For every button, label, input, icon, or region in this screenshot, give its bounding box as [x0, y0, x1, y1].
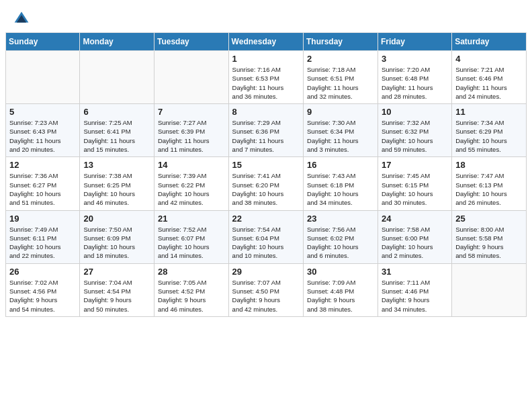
day-number: 5: [9, 107, 76, 117]
day-info: Sunrise: 7:36 AM Sunset: 6:27 PM Dayligh…: [9, 171, 76, 207]
day-number: 16: [307, 160, 374, 170]
day-info: Sunrise: 7:29 AM Sunset: 6:36 PM Dayligh…: [232, 118, 300, 154]
day-number: 14: [158, 160, 225, 170]
weekday-header-sunday: Sunday: [6, 33, 80, 51]
calendar-cell: 25Sunrise: 8:00 AM Sunset: 5:58 PM Dayli…: [452, 210, 527, 263]
day-info: Sunrise: 7:52 AM Sunset: 6:07 PM Dayligh…: [158, 225, 225, 261]
day-info: Sunrise: 7:34 AM Sunset: 6:29 PM Dayligh…: [455, 118, 523, 154]
day-info: Sunrise: 7:32 AM Sunset: 6:32 PM Dayligh…: [382, 118, 448, 154]
day-info: Sunrise: 7:21 AM Sunset: 6:46 PM Dayligh…: [455, 65, 523, 101]
day-number: 25: [455, 214, 523, 224]
calendar-table: SundayMondayTuesdayWednesdayThursdayFrid…: [5, 32, 527, 317]
weekday-header-monday: Monday: [80, 33, 154, 51]
calendar-cell: 30Sunrise: 7:09 AM Sunset: 4:48 PM Dayli…: [304, 263, 378, 316]
calendar-cell: 15Sunrise: 7:41 AM Sunset: 6:20 PM Dayli…: [228, 157, 303, 210]
day-info: Sunrise: 7:47 AM Sunset: 6:13 PM Dayligh…: [455, 171, 523, 207]
calendar-cell: 22Sunrise: 7:54 AM Sunset: 6:04 PM Dayli…: [228, 210, 303, 263]
weekday-header-saturday: Saturday: [452, 33, 527, 51]
day-info: Sunrise: 7:54 AM Sunset: 6:04 PM Dayligh…: [232, 225, 300, 261]
calendar-cell: 14Sunrise: 7:39 AM Sunset: 6:22 PM Dayli…: [154, 157, 228, 210]
day-info: Sunrise: 7:49 AM Sunset: 6:11 PM Dayligh…: [9, 225, 76, 261]
day-info: Sunrise: 7:05 AM Sunset: 4:52 PM Dayligh…: [158, 278, 225, 314]
day-number: 9: [307, 107, 374, 117]
week-row-4: 19Sunrise: 7:49 AM Sunset: 6:11 PM Dayli…: [6, 210, 527, 263]
day-info: Sunrise: 7:38 AM Sunset: 6:25 PM Dayligh…: [83, 171, 150, 207]
weekday-header-wednesday: Wednesday: [228, 33, 303, 51]
day-number: 17: [382, 160, 448, 170]
day-number: 2: [307, 54, 374, 64]
day-number: 20: [83, 214, 150, 224]
week-row-3: 12Sunrise: 7:36 AM Sunset: 6:27 PM Dayli…: [6, 157, 527, 210]
day-info: Sunrise: 7:25 AM Sunset: 6:41 PM Dayligh…: [83, 118, 150, 154]
day-number: 13: [83, 160, 150, 170]
calendar-cell: 12Sunrise: 7:36 AM Sunset: 6:27 PM Dayli…: [6, 157, 80, 210]
day-number: 12: [9, 160, 76, 170]
day-number: 29: [232, 267, 300, 277]
day-info: Sunrise: 7:23 AM Sunset: 6:43 PM Dayligh…: [9, 118, 76, 154]
weekday-header-tuesday: Tuesday: [154, 33, 228, 51]
calendar-cell: [154, 51, 228, 104]
calendar-cell: 18Sunrise: 7:47 AM Sunset: 6:13 PM Dayli…: [452, 157, 527, 210]
logo: [13, 11, 32, 27]
page-header: [0, 0, 532, 32]
calendar-cell: [6, 51, 80, 104]
week-row-2: 5Sunrise: 7:23 AM Sunset: 6:43 PM Daylig…: [6, 104, 527, 157]
day-info: Sunrise: 7:30 AM Sunset: 6:34 PM Dayligh…: [307, 118, 374, 154]
week-row-1: 1Sunrise: 7:16 AM Sunset: 6:53 PM Daylig…: [6, 51, 527, 104]
calendar-cell: 6Sunrise: 7:25 AM Sunset: 6:41 PM Daylig…: [80, 104, 154, 157]
day-info: Sunrise: 7:56 AM Sunset: 6:02 PM Dayligh…: [307, 225, 374, 261]
day-number: 27: [83, 267, 150, 277]
day-info: Sunrise: 7:20 AM Sunset: 6:48 PM Dayligh…: [382, 65, 448, 101]
calendar-cell: 29Sunrise: 7:07 AM Sunset: 4:50 PM Dayli…: [228, 263, 303, 316]
day-number: 7: [158, 107, 225, 117]
calendar-cell: 27Sunrise: 7:04 AM Sunset: 4:54 PM Dayli…: [80, 263, 154, 316]
day-number: 19: [9, 214, 76, 224]
weekday-header-thursday: Thursday: [304, 33, 378, 51]
day-number: 18: [455, 160, 523, 170]
day-number: 30: [307, 267, 374, 277]
day-number: 4: [455, 54, 523, 64]
weekday-header-friday: Friday: [378, 33, 451, 51]
calendar-cell: 28Sunrise: 7:05 AM Sunset: 4:52 PM Dayli…: [154, 263, 228, 316]
weekday-header-row: SundayMondayTuesdayWednesdayThursdayFrid…: [6, 33, 527, 51]
calendar-cell: 11Sunrise: 7:34 AM Sunset: 6:29 PM Dayli…: [452, 104, 527, 157]
calendar-cell: 24Sunrise: 7:58 AM Sunset: 6:00 PM Dayli…: [378, 210, 451, 263]
day-info: Sunrise: 7:04 AM Sunset: 4:54 PM Dayligh…: [83, 278, 150, 314]
day-info: Sunrise: 7:45 AM Sunset: 6:15 PM Dayligh…: [382, 171, 448, 207]
calendar-cell: 17Sunrise: 7:45 AM Sunset: 6:15 PM Dayli…: [378, 157, 451, 210]
day-number: 6: [83, 107, 150, 117]
day-info: Sunrise: 8:00 AM Sunset: 5:58 PM Dayligh…: [455, 225, 523, 261]
calendar-cell: 7Sunrise: 7:27 AM Sunset: 6:39 PM Daylig…: [154, 104, 228, 157]
day-number: 28: [158, 267, 225, 277]
day-info: Sunrise: 7:09 AM Sunset: 4:48 PM Dayligh…: [307, 278, 374, 314]
calendar-cell: 21Sunrise: 7:52 AM Sunset: 6:07 PM Dayli…: [154, 210, 228, 263]
calendar-cell: 1Sunrise: 7:16 AM Sunset: 6:53 PM Daylig…: [228, 51, 303, 104]
day-info: Sunrise: 7:07 AM Sunset: 4:50 PM Dayligh…: [232, 278, 300, 314]
day-number: 11: [455, 107, 523, 117]
calendar-cell: 26Sunrise: 7:02 AM Sunset: 4:56 PM Dayli…: [6, 263, 80, 316]
day-info: Sunrise: 7:50 AM Sunset: 6:09 PM Dayligh…: [83, 225, 150, 261]
calendar-cell: 9Sunrise: 7:30 AM Sunset: 6:34 PM Daylig…: [304, 104, 378, 157]
calendar-cell: 5Sunrise: 7:23 AM Sunset: 6:43 PM Daylig…: [6, 104, 80, 157]
day-info: Sunrise: 7:43 AM Sunset: 6:18 PM Dayligh…: [307, 171, 374, 207]
calendar-cell: 20Sunrise: 7:50 AM Sunset: 6:09 PM Dayli…: [80, 210, 154, 263]
day-number: 26: [9, 267, 76, 277]
week-row-5: 26Sunrise: 7:02 AM Sunset: 4:56 PM Dayli…: [6, 263, 527, 316]
day-number: 23: [307, 214, 374, 224]
calendar-cell: 19Sunrise: 7:49 AM Sunset: 6:11 PM Dayli…: [6, 210, 80, 263]
day-info: Sunrise: 7:58 AM Sunset: 6:00 PM Dayligh…: [382, 225, 448, 261]
day-info: Sunrise: 7:27 AM Sunset: 6:39 PM Dayligh…: [158, 118, 225, 154]
day-info: Sunrise: 7:18 AM Sunset: 6:51 PM Dayligh…: [307, 65, 374, 101]
calendar-cell: 16Sunrise: 7:43 AM Sunset: 6:18 PM Dayli…: [304, 157, 378, 210]
calendar-cell: 8Sunrise: 7:29 AM Sunset: 6:36 PM Daylig…: [228, 104, 303, 157]
calendar-cell: 23Sunrise: 7:56 AM Sunset: 6:02 PM Dayli…: [304, 210, 378, 263]
calendar-cell: 2Sunrise: 7:18 AM Sunset: 6:51 PM Daylig…: [304, 51, 378, 104]
calendar-cell: 10Sunrise: 7:32 AM Sunset: 6:32 PM Dayli…: [378, 104, 451, 157]
day-number: 31: [382, 267, 448, 277]
day-number: 24: [382, 214, 448, 224]
calendar-wrap: SundayMondayTuesdayWednesdayThursdayFrid…: [0, 32, 532, 322]
day-info: Sunrise: 7:16 AM Sunset: 6:53 PM Dayligh…: [232, 65, 300, 101]
day-info: Sunrise: 7:41 AM Sunset: 6:20 PM Dayligh…: [232, 171, 300, 207]
day-number: 22: [232, 214, 300, 224]
calendar-cell: 3Sunrise: 7:20 AM Sunset: 6:48 PM Daylig…: [378, 51, 451, 104]
